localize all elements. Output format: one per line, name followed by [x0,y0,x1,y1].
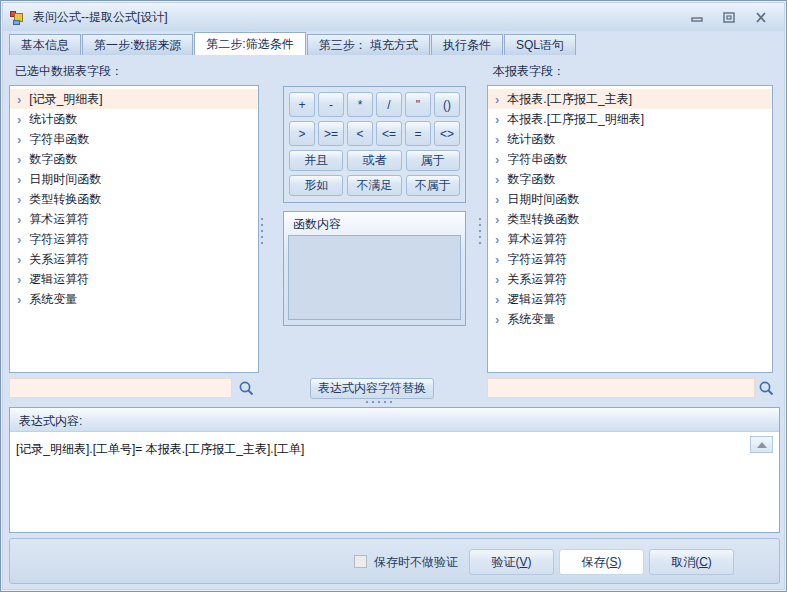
operator-button[interactable]: 属于 [406,150,460,171]
close-icon[interactable] [750,9,772,25]
chevron-right-icon[interactable]: › [495,131,499,147]
maximize-icon[interactable] [718,9,740,25]
chevron-right-icon[interactable]: › [17,131,21,147]
tree-item[interactable]: ›统计函数 [488,129,772,149]
operator-button[interactable]: 不满足 [347,175,401,196]
tree-item-label: 逻辑运算符 [29,271,89,288]
chevron-right-icon[interactable]: › [17,271,21,287]
window-controls [686,9,772,25]
operator-button[interactable]: >= [318,121,344,146]
report-fields-tree[interactable]: ›本报表.[工序报工_主表]›本报表.[工序报工_明细表]›统计函数›字符串函数… [487,85,773,373]
tab-3[interactable]: 第二步:筛选条件 [194,32,305,55]
chevron-right-icon[interactable]: › [495,251,499,267]
operator-button[interactable]: < [347,121,373,146]
minimize-icon[interactable] [686,9,708,25]
expression-replace-button[interactable]: 表达式内容字符替换 [310,378,434,399]
tree-item[interactable]: ›本报表.[工序报工_明细表] [488,109,772,129]
tree-item[interactable]: ›字符运算符 [10,229,258,249]
expression-header: 表达式内容: [10,408,779,432]
search-icon[interactable] [758,380,775,397]
right-search-input[interactable] [487,378,755,398]
tree-item[interactable]: ›日期时间函数 [10,169,258,189]
chevron-right-icon[interactable]: › [495,171,499,187]
expression-title: 表达式内容: [19,413,82,430]
right-splitter-grip[interactable] [478,217,482,245]
operator-button[interactable]: 并且 [289,150,343,171]
tab-5[interactable]: 执行条件 [431,34,503,55]
cancel-button[interactable]: 取消(C) [649,549,734,575]
tree-item[interactable]: ›数字函数 [10,149,258,169]
operator-button[interactable]: 形如 [289,175,343,196]
chevron-right-icon[interactable]: › [17,171,21,187]
tab-2[interactable]: 第一步:数据来源 [82,34,193,55]
skip-validation-checkbox[interactable] [354,555,367,568]
tree-item-label: 字符串函数 [507,151,567,168]
chevron-right-icon[interactable]: › [17,251,21,267]
tree-item[interactable]: ›算术运算符 [488,229,772,249]
operator-row: >>=<<==<> [289,121,460,146]
operator-button[interactable]: 或者 [347,150,401,171]
tree-item[interactable]: ›[记录_明细表] [10,89,258,109]
tree-item[interactable]: ›字符串函数 [488,149,772,169]
expression-textarea[interactable]: [记录_明细表].[工单号]= 本报表.[工序报工_主表].[工单] [10,433,779,532]
left-splitter-grip[interactable] [260,217,264,245]
save-button[interactable]: 保存(S) [559,549,644,575]
horizontal-splitter-grip[interactable] [365,400,393,404]
search-icon[interactable] [238,380,255,397]
operator-button[interactable]: - [318,92,344,117]
operator-button[interactable]: <= [376,121,402,146]
chevron-right-icon[interactable]: › [495,151,499,167]
chevron-right-icon[interactable]: › [17,191,21,207]
chevron-right-icon[interactable]: › [17,291,21,307]
validate-button[interactable]: 验证(V) [469,549,554,575]
dialog-window: 表间公式--提取公式[设计] 基本信息第一步:数据来源第二步:筛选条件第三步： … [0,0,787,592]
tab-4[interactable]: 第三步： 填充方式 [307,34,430,55]
operator-button[interactable]: = [405,121,431,146]
chevron-right-icon[interactable]: › [17,231,21,247]
tree-item[interactable]: ›系统变量 [10,289,258,309]
tree-item[interactable]: ›系统变量 [488,309,772,329]
tree-item[interactable]: ›逻辑运算符 [488,289,772,309]
chevron-right-icon[interactable]: › [495,111,499,127]
tab-1[interactable]: 基本信息 [9,34,81,55]
chevron-right-icon[interactable]: › [17,151,21,167]
selected-datatable-fields-tree[interactable]: ›[记录_明细表]›统计函数›字符串函数›数字函数›日期时间函数›类型转换函数›… [9,85,259,373]
tree-item[interactable]: ›关系运算符 [488,269,772,289]
tree-item[interactable]: ›关系运算符 [10,249,258,269]
chevron-right-icon[interactable]: › [495,271,499,287]
chevron-right-icon[interactable]: › [495,91,499,107]
operator-button[interactable]: <> [434,121,460,146]
chevron-right-icon[interactable]: › [495,211,499,227]
operator-button[interactable]: 不属于 [406,175,460,196]
tree-item[interactable]: ›数字函数 [488,169,772,189]
chevron-right-icon[interactable]: › [495,291,499,307]
tree-item[interactable]: ›类型转换函数 [488,209,772,229]
tree-item[interactable]: ›逻辑运算符 [10,269,258,289]
chevron-right-icon[interactable]: › [495,311,499,327]
chevron-right-icon[interactable]: › [17,211,21,227]
collapse-up-icon[interactable] [750,436,773,453]
operator-button[interactable]: > [289,121,315,146]
tree-item[interactable]: ›字符运算符 [488,249,772,269]
operator-button[interactable]: () [434,92,460,117]
tree-item[interactable]: ›本报表.[工序报工_主表] [488,89,772,109]
operator-button[interactable]: + [289,92,315,117]
tree-item[interactable]: ›类型转换函数 [10,189,258,209]
tree-item-label: 本报表.[工序报工_主表] [507,91,632,108]
operator-button[interactable]: " [405,92,431,117]
tree-item[interactable]: ›算术运算符 [10,209,258,229]
left-search-input[interactable] [9,378,232,398]
tree-item-label: 字符运算符 [507,251,567,268]
operator-button[interactable]: / [376,92,402,117]
tree-item[interactable]: ›统计函数 [10,109,258,129]
tree-item[interactable]: ›字符串函数 [10,129,258,149]
tree-item-label: 算术运算符 [29,211,89,228]
chevron-right-icon[interactable]: › [17,111,21,127]
chevron-right-icon[interactable]: › [17,91,21,107]
operator-button[interactable]: * [347,92,373,117]
chevron-right-icon[interactable]: › [495,231,499,247]
tab-6[interactable]: SQL语句 [504,34,576,55]
tree-item-label: 本报表.[工序报工_明细表] [507,111,644,128]
chevron-right-icon[interactable]: › [495,191,499,207]
tree-item[interactable]: ›日期时间函数 [488,189,772,209]
